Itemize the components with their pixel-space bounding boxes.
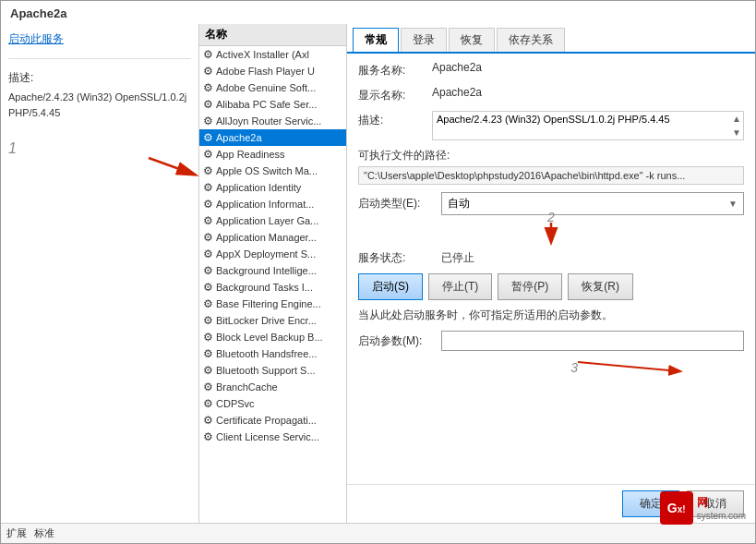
list-item-label: Background Intellige... bbox=[216, 265, 317, 276]
desc-label-right: 描述: bbox=[358, 111, 432, 128]
list-item-label: App Readiness bbox=[216, 149, 285, 160]
list-item[interactable]: ⚙BranchCache bbox=[199, 379, 346, 395]
pause-button[interactable]: 暂停(P) bbox=[498, 273, 562, 300]
gear-icon: ⚙ bbox=[203, 331, 213, 344]
service-link[interactable]: 启动此服务 bbox=[8, 31, 191, 47]
tab-恢复[interactable]: 恢复 bbox=[449, 28, 495, 52]
footer-tab-扩展[interactable]: 扩展 bbox=[6, 526, 27, 540]
list-item[interactable]: ⚙ActiveX Installer (Axl bbox=[199, 46, 346, 63]
svg-line-1 bbox=[578, 362, 679, 371]
gear-icon: ⚙ bbox=[203, 347, 213, 360]
gear-icon: ⚙ bbox=[203, 381, 213, 393]
status-row: 服务状态: 已停止 bbox=[358, 250, 744, 266]
annotation-number-2: 2 bbox=[547, 210, 555, 224]
gear-icon: ⚙ bbox=[203, 231, 213, 244]
list-item[interactable]: ⚙Application Identity bbox=[199, 179, 346, 196]
list-item-label: Apple OS Switch Ma... bbox=[216, 165, 318, 176]
list-item[interactable]: ⚙Adobe Genuine Soft... bbox=[199, 79, 346, 96]
gear-icon: ⚙ bbox=[203, 115, 213, 127]
action-buttons: 启动(S) 停止(T) 暂停(P) 恢复(R) bbox=[358, 273, 744, 300]
exec-path-value: "C:\Users\apple\Desktop\phpstudy2016\Apa… bbox=[358, 166, 744, 185]
gear-icon: ⚙ bbox=[203, 364, 213, 377]
watermark-logo: Gx! bbox=[660, 491, 693, 525]
chevron-down-icon: ▼ bbox=[728, 199, 738, 209]
service-name-row: 服务名称: Apache2a bbox=[358, 61, 744, 79]
desc-label: 描述: bbox=[8, 70, 191, 86]
watermark: Gx! 网 system.com bbox=[660, 491, 746, 525]
list-item-label: AppX Deployment S... bbox=[216, 248, 316, 260]
annotation-number-3: 3 bbox=[570, 360, 578, 375]
list-item[interactable]: ⚙AllJoyn Router Servic... bbox=[199, 113, 346, 129]
resume-button[interactable]: 恢复(R) bbox=[568, 273, 633, 300]
list-item[interactable]: ⚙Application Manager... bbox=[199, 229, 346, 246]
list-item[interactable]: ⚙AppX Deployment S... bbox=[199, 246, 346, 262]
service-description: Apache/2.4.23 (Win32) OpenSSL/1.0.2j PHP… bbox=[8, 90, 191, 120]
list-item-label: Base Filtering Engine... bbox=[216, 298, 321, 309]
stop-button[interactable]: 停止(T) bbox=[428, 273, 492, 300]
startup-param-label: 启动参数(M): bbox=[358, 333, 441, 349]
list-item[interactable]: ⚙Client License Servic... bbox=[199, 429, 346, 445]
list-item-label: Adobe Flash Player U bbox=[216, 66, 315, 77]
footer-tabs: 扩展标准 bbox=[1, 523, 755, 543]
list-item-label: Certificate Propagati... bbox=[216, 415, 317, 426]
list-item-label: Bluetooth Handsfree... bbox=[216, 348, 317, 359]
gear-icon: ⚙ bbox=[203, 314, 213, 327]
tab-依存关系[interactable]: 依存关系 bbox=[497, 28, 565, 52]
list-item[interactable]: ⚙Application Informat... bbox=[199, 196, 346, 212]
annotation-number-1: 1 bbox=[8, 140, 17, 156]
tabs-bar: 常规登录恢复依存关系 bbox=[347, 24, 755, 54]
service-name-label: 服务名称: bbox=[358, 61, 432, 79]
list-item-label: Adobe Genuine Soft... bbox=[216, 82, 316, 93]
gear-icon: ⚙ bbox=[203, 181, 213, 194]
gear-icon: ⚙ bbox=[203, 164, 213, 177]
start-button[interactable]: 启动(S) bbox=[358, 273, 423, 300]
list-item[interactable]: ⚙Application Layer Ga... bbox=[199, 212, 346, 229]
list-item[interactable]: ⚙Background Tasks I... bbox=[199, 279, 346, 296]
gear-icon: ⚙ bbox=[203, 281, 213, 294]
list-item-label: Bluetooth Support S... bbox=[216, 365, 316, 376]
tab-常规[interactable]: 常规 bbox=[353, 28, 399, 52]
list-item[interactable]: ⚙Apache2a bbox=[199, 129, 346, 146]
watermark-site: 网 bbox=[697, 495, 708, 511]
exec-path-label: 可执行文件的路径: bbox=[358, 148, 744, 163]
list-item-label: Application Layer Ga... bbox=[216, 215, 318, 226]
list-item-label: AllJoyn Router Servic... bbox=[216, 115, 321, 127]
list-item-label: Client License Servic... bbox=[216, 431, 319, 442]
main-window: Apache2a 启动此服务 描述: Apache/2.4.23 (Win32)… bbox=[0, 0, 756, 544]
list-items: ⚙ActiveX Installer (Axl⚙Adobe Flash Play… bbox=[199, 46, 346, 523]
gear-icon: ⚙ bbox=[203, 248, 213, 260]
gear-icon: ⚙ bbox=[203, 430, 213, 443]
desc-row: 描述: Apache/2.4.23 (Win32) OpenSSL/1.0.2j… bbox=[358, 111, 744, 140]
desc-value-right: Apache/2.4.23 (Win32) OpenSSL/1.0.2j PHP… bbox=[437, 114, 670, 125]
list-item-label: Background Tasks I... bbox=[216, 282, 313, 293]
list-header: 名称 bbox=[199, 24, 346, 46]
list-item[interactable]: ⚙Apple OS Switch Ma... bbox=[199, 163, 346, 179]
footer-tab-标准[interactable]: 标准 bbox=[34, 526, 54, 540]
tab-登录[interactable]: 登录 bbox=[401, 28, 447, 52]
gear-icon: ⚙ bbox=[203, 48, 213, 61]
list-item[interactable]: ⚙App Readiness bbox=[199, 146, 346, 163]
startup-param-input[interactable] bbox=[441, 331, 744, 351]
content-area: 启动此服务 描述: Apache/2.4.23 (Win32) OpenSSL/… bbox=[1, 24, 755, 523]
properties-body: 服务名称: Apache2a 显示名称: Apache2a 描述: Apache… bbox=[347, 54, 755, 484]
display-name-row: 显示名称: Apache2a bbox=[358, 86, 744, 103]
list-item[interactable]: ⚙Certificate Propagati... bbox=[199, 412, 346, 429]
list-item[interactable]: ⚙Bluetooth Support S... bbox=[199, 362, 346, 379]
list-item-label: BranchCache bbox=[216, 381, 278, 393]
list-panel: 名称 ⚙ActiveX Installer (Axl⚙Adobe Flash P… bbox=[199, 24, 347, 523]
list-item[interactable]: ⚙CDPSvc bbox=[199, 395, 346, 412]
list-item[interactable]: ⚙Alibaba PC Safe Ser... bbox=[199, 96, 346, 113]
startup-type-select[interactable]: 自动 ▼ bbox=[441, 192, 744, 215]
list-item[interactable]: ⚙BitLocker Drive Encr... bbox=[199, 312, 346, 329]
watermark-logo-text: Gx! bbox=[667, 501, 686, 515]
list-item[interactable]: ⚙Bluetooth Handsfree... bbox=[199, 345, 346, 362]
list-item-label: Application Identity bbox=[216, 182, 301, 193]
list-item-label: ActiveX Installer (Axl bbox=[216, 49, 309, 60]
list-item[interactable]: ⚙Background Intellige... bbox=[199, 262, 346, 279]
status-value: 已停止 bbox=[441, 250, 474, 266]
service-name-value: Apache2a bbox=[432, 61, 744, 74]
list-item[interactable]: ⚙Block Level Backup B... bbox=[199, 329, 346, 345]
status-label: 服务状态: bbox=[358, 250, 441, 266]
list-item[interactable]: ⚙Base Filtering Engine... bbox=[199, 296, 346, 312]
list-item[interactable]: ⚙Adobe Flash Player U bbox=[199, 63, 346, 79]
